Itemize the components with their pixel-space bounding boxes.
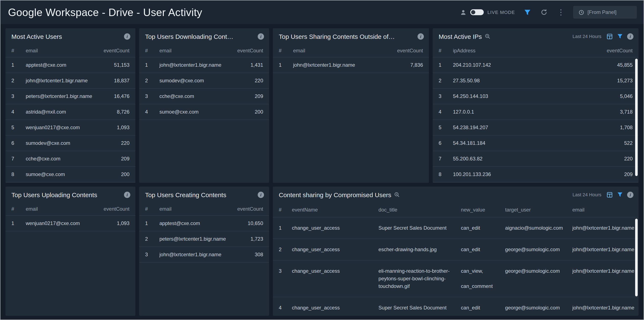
info-icon[interactable]: i <box>258 33 264 40</box>
info-icon[interactable]: i <box>124 191 130 198</box>
column-header: email <box>158 203 233 215</box>
table-cell: 5 <box>433 120 451 135</box>
table-cell: george@sumologic.com <box>505 260 572 297</box>
table-header-row: #emaileventCount <box>273 44 429 57</box>
table-cell: change_user_access <box>292 297 378 316</box>
table-cell: 1 <box>433 57 451 73</box>
table-row: 3change_user_accesseli-manning-reaction-… <box>273 260 638 297</box>
table-cell: Super Secret Sales Document <box>378 217 461 239</box>
table-cell: 220 <box>231 73 269 88</box>
panels-icon[interactable] <box>606 191 613 198</box>
table-cell: 3 <box>6 88 24 104</box>
table-row: 1change_user_accessSuper Secret Sales Do… <box>273 217 638 239</box>
table-row: 4change_user_accessSuper Secret Sales Do… <box>273 297 638 316</box>
table-cell: apptest@cxe.com <box>24 57 99 73</box>
column-header: email <box>24 44 99 57</box>
table-cell: john@lxrtcenter1.bigr.name <box>24 73 99 88</box>
magnifier-icon[interactable] <box>394 192 400 198</box>
panel-header: Most Active IPs Last 24 Hours i <box>433 28 638 44</box>
table-row: 1john@lxrtcenter1.bigr.name1,431 <box>139 57 269 73</box>
column-header: eventCount <box>99 44 136 57</box>
clock-icon <box>579 10 584 15</box>
table-cell: 8,726 <box>99 104 136 120</box>
table-cell: wenjuan0217@cxe.com <box>24 120 99 135</box>
table-cell: 220 <box>99 135 136 151</box>
info-icon[interactable]: i <box>627 33 634 40</box>
column-header: eventCount <box>382 44 429 57</box>
table-cell: 7 <box>6 151 24 167</box>
header-controls: LIVE MODE ⋮ [From Panel] <box>460 6 637 19</box>
table-header-row: #eventNamedoc_titlenew_valuetarget_usere… <box>273 203 638 217</box>
table-cell: john@lxrtcenter1.bigr.name <box>572 217 638 239</box>
table-cell: 1,431 <box>231 57 269 73</box>
table-cell: 7 <box>433 151 451 167</box>
table-cell: peters@lxrtcenter1.bigr.name <box>24 88 99 104</box>
time-range-selector[interactable]: [From Panel] <box>573 6 637 19</box>
table-cell: change_user_access <box>292 239 378 260</box>
table-cell: 3,718 <box>555 104 638 120</box>
panels-icon[interactable] <box>606 33 613 40</box>
vertical-scrollbar[interactable] <box>635 219 638 296</box>
info-icon[interactable]: i <box>627 191 634 198</box>
top-users-sharing-table: #emaileventCount1john@lxrtcenter1.bigr.n… <box>273 44 429 73</box>
top-users-downloading-table: #emaileventCount1john@lxrtcenter1.bigr.n… <box>139 44 269 120</box>
table-row: 354.250.144.1035,046 <box>433 88 638 104</box>
most-active-ips-table: #ipAddresseventCount1204.210.107.14245,8… <box>433 44 638 183</box>
filter-icon[interactable] <box>617 192 623 198</box>
top-users-uploading-table: #emaileventCount1wenjuan0217@cxe.com1,09… <box>6 203 136 231</box>
table-cell: can_view, can_comment <box>461 260 505 297</box>
panel-top-users-creating: Top Users Creating Contents i #emaileven… <box>139 187 269 316</box>
column-header: # <box>273 44 292 57</box>
table-cell: 1 <box>273 57 292 73</box>
user-icon <box>460 9 466 16</box>
table-cell: 54.250.144.103 <box>451 88 555 104</box>
most-active-users-table: #emaileventCount1apptest@cxe.com51,1532j… <box>6 44 136 182</box>
column-header: # <box>273 203 292 217</box>
table-cell: 200.201.133.236 <box>451 182 555 183</box>
table-cell: sumodev@cxe.com <box>158 73 231 88</box>
table-cell: aignacio@sumologic.com <box>505 217 572 239</box>
table-row: 2change_user_accessescher-drawing-hands.… <box>273 239 638 260</box>
info-icon[interactable]: i <box>418 33 424 40</box>
table-cell: sumoe@cxe.com <box>158 104 231 120</box>
table-row: 2john@lxrtcenter1.bigr.name18,837 <box>6 73 136 88</box>
table-cell: 3 <box>139 247 158 262</box>
table-cell: 15,273 <box>555 73 638 88</box>
refresh-icon[interactable] <box>540 8 549 17</box>
table-cell: 522 <box>555 135 638 151</box>
info-icon[interactable]: i <box>258 191 264 198</box>
table-row: 6sumodev@cxe.com220 <box>6 135 136 151</box>
panel-top-users-downloading: Top Users Downloading Cont… i #emaileven… <box>139 28 269 183</box>
column-header: ipAddress <box>451 44 555 57</box>
table-cell: george@sumologic.com <box>505 297 572 316</box>
table-cell: sumoe@cxe.com <box>24 167 99 182</box>
filter-icon[interactable] <box>522 8 532 17</box>
column-header: email <box>158 44 231 57</box>
live-mode-group: LIVE MODE <box>460 9 515 16</box>
table-header-row: #emaileventCount <box>6 203 136 215</box>
table-cell: 3 <box>433 88 451 104</box>
table-row: 1john@lxrtcenter1.bigr.name7,836 <box>273 57 429 73</box>
table-cell: john@lxrtcenter1.bigr.name <box>572 239 638 260</box>
table-cell: astrida@mxil.com <box>24 104 99 120</box>
panel-title: Top Users Creating Contents <box>145 191 226 198</box>
filter-icon[interactable] <box>617 33 623 39</box>
table-cell: 220 <box>555 151 638 167</box>
magnifier-icon[interactable] <box>484 33 490 39</box>
kebab-menu-icon[interactable]: ⋮ <box>556 8 566 17</box>
table-cell: 45,855 <box>555 57 638 73</box>
panel-header: Top Users Downloading Cont… i <box>139 28 269 44</box>
table-row: 3john@lxrtcenter1.bigr.name308 <box>139 247 269 262</box>
live-mode-toggle[interactable] <box>470 9 484 15</box>
table-cell: change_user_access <box>292 260 378 297</box>
table-cell: 308 <box>233 247 269 262</box>
table-cell: cche@cxe.com <box>158 88 231 104</box>
table-cell: 127.0.0.1 <box>451 104 555 120</box>
panel-top-users-uploading: Top Users Uploading Contents i #emaileve… <box>6 187 136 316</box>
panel-title: Top Users Sharing Contents Outside of… <box>279 33 395 40</box>
panel-most-active-ips: Most Active IPs Last 24 Hours i <box>433 28 638 183</box>
table-cell: 1 <box>139 57 158 73</box>
table-cell: 1,093 <box>99 120 136 135</box>
vertical-scrollbar[interactable] <box>635 59 638 176</box>
info-icon[interactable]: i <box>124 33 130 40</box>
